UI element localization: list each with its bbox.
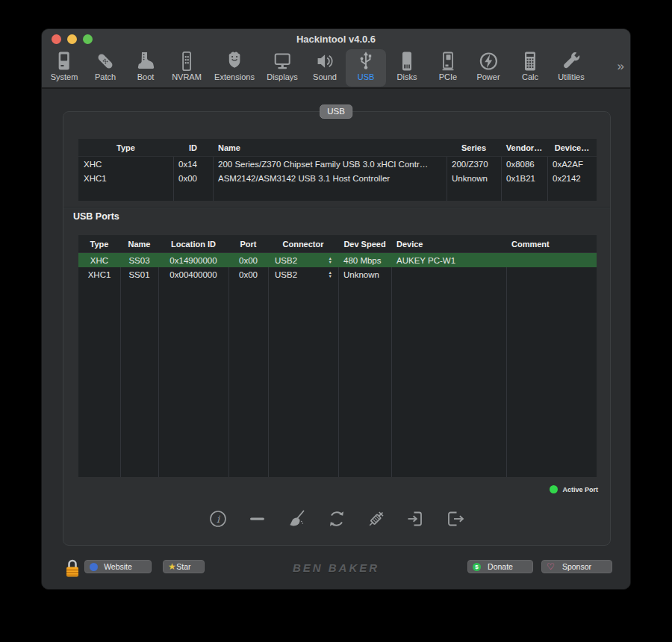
cell-name: SS01	[120, 267, 158, 281]
power-icon	[477, 50, 500, 72]
column-header-dev-speed[interactable]: Dev Speed	[338, 235, 391, 252]
toolbar-item-sound[interactable]: Sound	[313, 49, 337, 87]
usb-ports-title: USB Ports	[73, 211, 119, 222]
toolbar-overflow-chevron[interactable]: »	[617, 59, 624, 74]
usb-ports-table-header: Type Name Location ID Port Connector Dev…	[78, 235, 597, 253]
cell-port: 0x00	[228, 253, 268, 267]
remove-button[interactable]	[248, 509, 267, 529]
cell-type: XHC1	[78, 267, 120, 281]
star-label: Star	[176, 562, 190, 571]
controller-row[interactable]: XHC 0x14 200 Series/Z370 Chipset Family …	[78, 157, 597, 171]
cell-comment	[506, 253, 597, 267]
toolbar-label: System	[51, 72, 78, 81]
toolbar-item-patch[interactable]: Patch	[94, 49, 116, 87]
toolbar-label: NVRAM	[172, 72, 202, 81]
column-header-name[interactable]: Name	[120, 235, 158, 252]
column-header-type[interactable]: Type	[78, 139, 173, 156]
port-actions: i	[63, 509, 610, 529]
sponsor-icon: ♡	[547, 563, 555, 571]
refresh-button[interactable]	[327, 509, 346, 529]
popup-arrows-icon: ▲▼	[329, 257, 332, 264]
tab-usb[interactable]: USB	[320, 105, 352, 119]
usb-port-row-active[interactable]: XHC SS03 0x14900000 0x00 USB2▲▼ 480 Mbps…	[78, 253, 597, 267]
info-button[interactable]: i	[208, 509, 228, 529]
donate-button[interactable]: $ Donate	[467, 560, 533, 573]
refresh-icon	[327, 509, 346, 529]
sound-icon	[314, 50, 336, 72]
toolbar-item-calc[interactable]: Calc	[519, 49, 541, 87]
cell-location-id: 0x00400000	[158, 267, 228, 281]
toolbar-item-displays[interactable]: Displays	[267, 49, 298, 87]
toolbar-item-usb[interactable]: USB	[346, 49, 386, 87]
cell-dev-speed: Unknown	[338, 267, 391, 281]
toolbar-item-extensions[interactable]: Extensions	[214, 49, 255, 87]
toolbar-label: Patch	[95, 72, 116, 81]
clean-button[interactable]	[287, 509, 307, 529]
toolbar-label: Power	[476, 72, 500, 81]
website-icon	[90, 563, 98, 571]
cell-vendor: 0x8086	[501, 157, 547, 171]
usb-tab-content: USB Type ID Name Series Vendor… Device… …	[42, 89, 630, 590]
export-icon	[446, 509, 465, 529]
connector-popup[interactable]: USB2▲▼	[268, 267, 338, 281]
toolbar-item-utilities[interactable]: Utilities	[558, 49, 584, 87]
active-port-label: Active Port	[562, 486, 598, 493]
cell-device: 0x2142	[547, 171, 597, 185]
column-header-vendor[interactable]: Vendor…	[501, 139, 547, 156]
minus-icon	[248, 509, 267, 529]
toolbar-item-system[interactable]: System	[51, 49, 78, 87]
column-header-series[interactable]: Series	[447, 139, 501, 156]
column-header-device[interactable]: Device…	[547, 139, 597, 156]
toolbar-label: Boot	[137, 72, 155, 81]
column-header-device[interactable]: Device	[391, 235, 506, 252]
import-icon	[406, 509, 426, 529]
star-button[interactable]: ★ Star	[163, 560, 205, 573]
inject-button[interactable]	[367, 509, 386, 529]
section-divider	[63, 207, 610, 208]
import-button[interactable]	[406, 509, 426, 529]
column-header-connector[interactable]: Connector	[268, 235, 338, 252]
toolbar-item-pcie[interactable]: PCIe	[437, 49, 459, 87]
donate-icon: $	[473, 563, 481, 571]
system-icon	[53, 50, 75, 72]
toolbar-label: Sound	[313, 72, 337, 81]
window-title: Hackintool v4.0.6	[42, 34, 630, 45]
syringe-icon	[367, 509, 386, 529]
toolbar-item-power[interactable]: Power	[476, 49, 500, 87]
extensions-icon	[223, 50, 246, 72]
column-header-comment[interactable]: Comment	[506, 235, 597, 252]
column-header-location-id[interactable]: Location ID	[158, 235, 228, 252]
controllers-table: Type ID Name Series Vendor… Device… XHC …	[78, 139, 597, 201]
toolbar-item-nvram[interactable]: NVRAM	[172, 49, 202, 87]
toolbar-item-disks[interactable]: Disks	[396, 49, 418, 87]
sponsor-button[interactable]: ♡ Sponsor	[541, 560, 612, 573]
toolbar-label: Extensions	[214, 72, 255, 81]
cell-device: 0xA2AF	[547, 157, 597, 171]
usb-port-row[interactable]: XHC1 SS01 0x00400000 0x00 USB2▲▼ Unknown	[78, 267, 597, 281]
lock-icon[interactable]	[65, 558, 80, 577]
donate-label: Donate	[488, 562, 513, 571]
cell-name: 200 Series/Z370 Chipset Family USB 3.0 x…	[213, 157, 447, 171]
toolbar-item-boot[interactable]: Boot	[134, 49, 157, 87]
broom-icon	[287, 509, 307, 529]
utilities-icon	[560, 50, 582, 72]
column-header-port[interactable]: Port	[228, 235, 268, 252]
active-port-dot	[550, 485, 558, 493]
toolbar-label: USB	[358, 72, 375, 81]
connector-popup[interactable]: USB2▲▼	[268, 253, 338, 267]
column-header-id[interactable]: ID	[173, 139, 213, 156]
displays-icon	[271, 50, 293, 72]
usb-panel: Type ID Name Series Vendor… Device… XHC …	[63, 111, 611, 546]
hackintool-window: Hackintool v4.0.6 System Patch Boot	[41, 28, 631, 590]
footer-bar: Website ★ Star BEN BAKER $ Donate ♡ Spon…	[42, 555, 630, 581]
controller-row[interactable]: XHC1 0x00 ASM2142/ASM3142 USB 3.1 Host C…	[78, 171, 597, 185]
column-header-type[interactable]: Type	[78, 235, 120, 252]
export-button[interactable]	[446, 509, 465, 529]
column-header-name[interactable]: Name	[213, 139, 447, 156]
website-button[interactable]: Website	[84, 560, 152, 573]
cell-dev-speed: 480 Mbps	[338, 253, 391, 267]
toolbar-label: Utilities	[558, 72, 584, 81]
cell-type: XHC1	[78, 171, 173, 185]
toolbar-label: Calc	[522, 72, 538, 81]
patch-icon	[94, 50, 116, 72]
